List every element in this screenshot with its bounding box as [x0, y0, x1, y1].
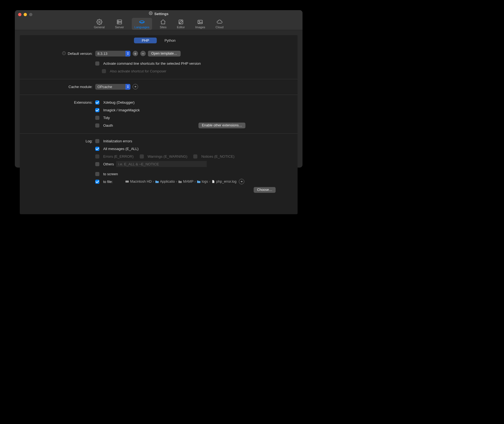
zoom-window-button[interactable]: [29, 13, 32, 16]
gear-icon: [149, 10, 153, 18]
log-errors-checkbox: [95, 154, 99, 159]
path-file[interactable]: php_error.log: [211, 180, 237, 183]
settings-panel: PHP Python Default version: 8.3.13: [20, 35, 298, 214]
svg-rect-12: [125, 181, 129, 183]
log-others-input[interactable]: [116, 161, 207, 167]
path-logs[interactable]: logs: [197, 180, 208, 183]
add-version-button[interactable]: +: [133, 51, 138, 56]
folder-icon: [197, 180, 201, 183]
info-icon[interactable]: [62, 51, 66, 56]
image-icon: [197, 19, 203, 25]
log-all-messages-label: All messages (E_ALL): [103, 147, 139, 151]
extension-label: Imagick / ImageMagick: [103, 108, 140, 112]
log-warnings-checkbox: [140, 154, 144, 159]
activate-cli-checkbox[interactable]: [95, 61, 99, 66]
gear-icon: [96, 19, 103, 25]
subtab-python[interactable]: Python: [157, 38, 183, 43]
subtab-php[interactable]: PHP: [134, 38, 157, 43]
log-label: Log:: [86, 139, 93, 143]
cache-module-dropdown[interactable]: OPcache: [95, 84, 130, 90]
language-subtabs: PHP Python: [20, 35, 298, 46]
toolbar-tab-images[interactable]: Images: [192, 18, 208, 30]
default-version-dropdown[interactable]: 8.3.13: [95, 51, 130, 56]
log-file-path: Macintosh HD › Applicatio › MAMP ›: [125, 179, 244, 184]
chevron-up-down-icon: [125, 51, 130, 56]
section-log: Log: Initialization errors All messages …: [20, 134, 298, 198]
toolbar-label: Sites: [160, 26, 166, 29]
svg-point-4: [118, 21, 118, 21]
folder-icon: [155, 180, 159, 183]
default-version-label: Default version:: [68, 52, 93, 56]
log-init-errors-label: Initialization errors: [103, 139, 132, 143]
log-errors-label: Errors (E_ERROR): [103, 154, 134, 159]
close-window-button[interactable]: [18, 13, 21, 16]
toolbar-tab-server[interactable]: Server: [112, 18, 127, 30]
toolbar-label: Server: [115, 26, 124, 29]
chevron-right-icon: ›: [195, 180, 196, 183]
enable-other-extensions-button[interactable]: Enable other extensions…: [198, 123, 245, 128]
toolbar-tab-cloud[interactable]: Cloud: [213, 18, 226, 30]
open-template-button[interactable]: Open template…: [148, 51, 181, 56]
settings-window: Settings General Server Languages Sites …: [15, 10, 303, 168]
path-mamp[interactable]: MAMP: [178, 180, 194, 183]
log-notices-checkbox: [193, 154, 197, 159]
window-title-text: Settings: [154, 10, 168, 18]
disk-icon: [125, 180, 129, 183]
toolbar-label: Languages: [135, 26, 149, 29]
extensions-label: Extensions:: [74, 100, 93, 104]
extension-label: Xdebug (Debugger): [103, 100, 135, 104]
log-others-checkbox[interactable]: [95, 162, 99, 166]
log-to-screen-checkbox[interactable]: [95, 172, 99, 176]
path-applications[interactable]: Applicatio: [155, 180, 175, 183]
toolbar-label: Cloud: [215, 26, 223, 29]
svg-point-0: [150, 13, 152, 14]
log-warnings-label: Warnings (E_WARNING): [148, 154, 187, 159]
folder-icon: [178, 180, 182, 183]
chevron-right-icon: ›: [176, 180, 177, 183]
cloud-icon: [216, 19, 223, 25]
reveal-log-file-button[interactable]: [239, 179, 244, 184]
log-to-screen-label: to screen: [103, 172, 118, 176]
activate-composer-label: Also activate shortcut for Composer: [110, 69, 166, 73]
extension-tidy-checkbox[interactable]: [95, 116, 99, 120]
window-title: Settings: [15, 10, 303, 18]
file-icon: [211, 180, 215, 183]
activate-cli-label: Activate command line shortcuts for the …: [103, 61, 201, 66]
log-others-label: Others: [103, 162, 114, 166]
log-init-errors-checkbox[interactable]: [95, 139, 99, 143]
remove-version-button[interactable]: −: [140, 51, 146, 56]
svg-point-1: [99, 21, 100, 23]
home-icon: [160, 19, 166, 25]
toolbar-label: Images: [195, 26, 205, 29]
toolbar: General Server Languages Sites Editor Im…: [15, 18, 303, 30]
toolbar-tab-general[interactable]: General: [91, 18, 107, 30]
svg-point-5: [118, 23, 118, 23]
cache-arrow-button[interactable]: [133, 84, 138, 89]
log-all-messages-checkbox[interactable]: [95, 147, 99, 151]
section-default-version: Default version: 8.3.13 + − Open templat…: [20, 46, 298, 79]
log-to-file-label: to file:: [103, 180, 117, 184]
extension-label: Tidy: [103, 116, 110, 120]
section-extensions: Extensions: Xdebug (Debugger) Imagick / …: [20, 95, 298, 134]
minimize-window-button[interactable]: [24, 13, 27, 16]
path-disk[interactable]: Macintosh HD: [125, 180, 152, 183]
toolbar-tab-languages[interactable]: Languages: [132, 18, 152, 30]
extension-xdebug-checkbox[interactable]: [95, 100, 99, 104]
lips-icon: [139, 19, 145, 25]
extension-label: Oauth: [103, 123, 113, 128]
titlebar: Settings General Server Languages Sites …: [15, 10, 303, 30]
svg-point-11: [64, 52, 64, 52]
log-to-file-checkbox[interactable]: [95, 180, 99, 184]
extension-imagick-checkbox[interactable]: [95, 108, 99, 112]
choose-log-file-button[interactable]: Choose…: [254, 187, 276, 193]
toolbar-tab-sites[interactable]: Sites: [157, 18, 169, 30]
toolbar-tab-editor[interactable]: Editor: [174, 18, 187, 30]
toolbar-label: General: [94, 26, 105, 29]
chevron-up-down-icon: [125, 84, 130, 90]
extension-oauth-checkbox[interactable]: [95, 123, 99, 128]
chevron-right-icon: ›: [209, 180, 210, 183]
toolbar-label: Editor: [177, 26, 185, 29]
chevron-right-icon: ›: [153, 180, 154, 183]
dropdown-value: 8.3.13: [95, 52, 125, 56]
window-controls: [18, 13, 32, 16]
